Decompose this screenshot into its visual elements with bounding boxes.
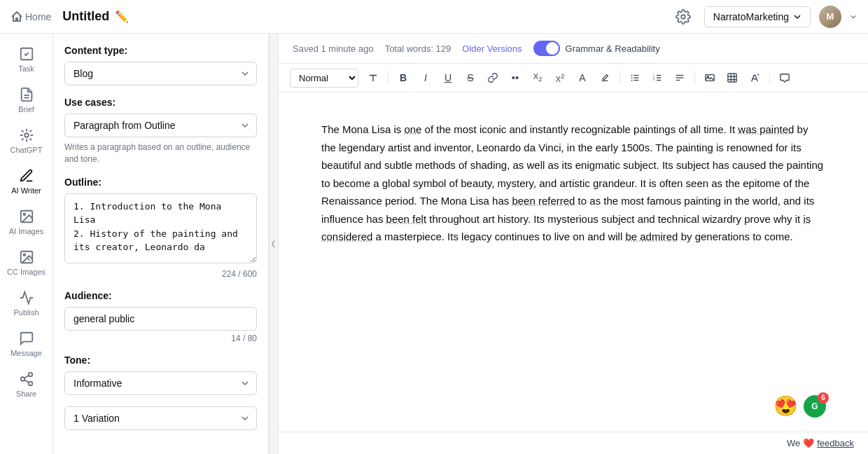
toolbar-divider-3 bbox=[694, 71, 695, 85]
sidebar-item-brief[interactable]: Brief bbox=[0, 80, 52, 121]
avatar-dropdown-icon[interactable] bbox=[850, 13, 857, 20]
format-toolbar: NormalHeading 1Heading 2Heading 3 B I U … bbox=[279, 64, 868, 92]
audience-char-count: 14 / 80 bbox=[64, 333, 257, 343]
workspace-dropdown[interactable]: NarratoMarketing bbox=[704, 6, 811, 27]
grammar-highlight-1: one bbox=[404, 123, 421, 135]
grammar-highlight-4: been felt bbox=[386, 213, 427, 225]
user-avatar[interactable]: M bbox=[819, 6, 841, 28]
svg-point-11 bbox=[28, 382, 32, 386]
sidebar-item-ai-writer[interactable]: AI Writer bbox=[0, 161, 52, 202]
clear-formatting-button[interactable] bbox=[744, 68, 765, 88]
grammar-toggle[interactable] bbox=[533, 41, 560, 56]
task-icon bbox=[19, 46, 34, 62]
svg-point-10 bbox=[20, 377, 24, 381]
older-versions-link[interactable]: Older Versions bbox=[462, 43, 522, 54]
feedback-text: We bbox=[787, 438, 800, 448]
grammar-label: Grammar & Readability bbox=[566, 43, 660, 54]
grammarly-count: 6 bbox=[818, 392, 829, 404]
outline-textarea[interactable]: 1. Introduction to the Mona Lisa 2. Hist… bbox=[64, 193, 257, 263]
ai-writer-label: AI Writer bbox=[11, 186, 41, 195]
svg-point-18 bbox=[631, 77, 633, 78]
cc-images-label: CC Images bbox=[7, 268, 46, 276]
word-count: Total words: 129 bbox=[385, 43, 451, 54]
chatgpt-label: ChatGPT bbox=[10, 146, 43, 154]
home-link[interactable]: Home bbox=[11, 11, 51, 22]
superscript-button[interactable]: X2 bbox=[550, 68, 570, 88]
align-button[interactable] bbox=[669, 68, 690, 88]
svg-line-13 bbox=[24, 376, 28, 378]
bullet-list-button[interactable] bbox=[624, 68, 645, 88]
subscript-button[interactable]: X2 bbox=[527, 68, 548, 88]
content-type-select[interactable]: BlogArticleSocial PostEmail bbox=[64, 62, 257, 85]
sidebar-item-chatgpt[interactable]: ChatGPT bbox=[0, 121, 52, 161]
sidebar-item-task[interactable]: Task bbox=[0, 39, 52, 80]
italic-button[interactable]: I bbox=[415, 68, 436, 88]
icon-sidebar: Task Brief ChatGPT AI Writer bbox=[0, 34, 53, 454]
toggle-knob bbox=[546, 42, 559, 55]
audience-input[interactable] bbox=[64, 307, 257, 331]
share-label: Share bbox=[16, 390, 36, 398]
variation-section: 1 Variation2 Variations3 Variations bbox=[64, 406, 257, 430]
panel-collapse-handle[interactable] bbox=[269, 34, 279, 454]
share-icon bbox=[19, 371, 34, 387]
task-label: Task bbox=[18, 64, 34, 73]
use-cases-description: Writes a paragraph based on an outline, … bbox=[64, 142, 257, 165]
cc-images-icon bbox=[19, 249, 34, 265]
numbered-list-button[interactable]: 123 bbox=[647, 68, 668, 88]
editor-area: Saved 1 minute ago Total words: 129 Olde… bbox=[279, 34, 868, 454]
bold-button[interactable]: B bbox=[393, 68, 414, 88]
highlight-button[interactable] bbox=[594, 68, 615, 88]
brief-label: Brief bbox=[18, 105, 34, 114]
svg-point-8 bbox=[23, 254, 25, 256]
toolbar-divider-1 bbox=[388, 71, 388, 85]
use-cases-select[interactable]: Paragraph from OutlineIntroductionConclu… bbox=[64, 114, 257, 137]
editor-text[interactable]: The Mona Lisa is one of the most iconic … bbox=[321, 121, 825, 246]
use-cases-label: Use cases: bbox=[64, 97, 257, 108]
svg-text:3: 3 bbox=[653, 78, 654, 81]
audience-section: Audience: 14 / 80 bbox=[64, 290, 257, 343]
tone-select[interactable]: InformativeProfessionalCasualFriendly bbox=[64, 371, 257, 395]
blockquote-button[interactable] bbox=[505, 68, 526, 88]
grammar-highlight-3: been referred bbox=[512, 195, 575, 207]
editor-content-area[interactable]: The Mona Lisa is one of the most iconic … bbox=[279, 92, 868, 432]
sidebar-item-ai-images[interactable]: AI Images bbox=[0, 202, 52, 242]
tone-label: Tone: bbox=[64, 355, 257, 366]
sidebar-item-share[interactable]: Share bbox=[0, 364, 52, 405]
chatgpt-icon bbox=[19, 128, 34, 143]
grammarly-badge[interactable]: G 6 bbox=[804, 395, 826, 418]
use-cases-section: Use cases: Paragraph from OutlineIntrodu… bbox=[64, 97, 257, 165]
text-color-button[interactable]: A bbox=[572, 68, 593, 88]
table-button[interactable] bbox=[722, 68, 743, 88]
grammar-toggle-wrap: Grammar & Readability bbox=[533, 41, 660, 56]
svg-line-12 bbox=[24, 380, 28, 383]
workspace-name: NarratoMarketing bbox=[713, 11, 789, 22]
sidebar-item-publish[interactable]: Publish bbox=[0, 283, 52, 324]
link-button[interactable] bbox=[482, 68, 503, 88]
grammar-highlight-2: was painted bbox=[738, 123, 794, 135]
saved-status: Saved 1 minute ago bbox=[293, 43, 374, 54]
underline-button[interactable]: U bbox=[438, 68, 458, 88]
svg-line-37 bbox=[757, 74, 759, 76]
strikethrough-button[interactable]: S bbox=[460, 68, 481, 88]
settings-icon[interactable] bbox=[671, 4, 696, 29]
sidebar-item-cc-images[interactable]: CC Images bbox=[0, 242, 52, 283]
audience-label: Audience: bbox=[64, 290, 257, 301]
edit-title-icon[interactable]: ✏️ bbox=[115, 10, 129, 23]
svg-point-17 bbox=[631, 75, 633, 76]
comment-button[interactable] bbox=[774, 68, 795, 88]
heart-icon: ❤️ bbox=[803, 438, 814, 448]
feedback-bar: We ❤️ feedback bbox=[279, 432, 868, 454]
love-emoji[interactable]: 😍 bbox=[774, 394, 798, 418]
format-style-select[interactable]: NormalHeading 1Heading 2Heading 3 bbox=[290, 69, 358, 88]
format-type-icon[interactable] bbox=[363, 68, 384, 88]
image-button[interactable] bbox=[699, 68, 720, 88]
feedback-link[interactable]: feedback bbox=[817, 438, 854, 448]
variation-select[interactable]: 1 Variation2 Variations3 Variations bbox=[64, 406, 257, 430]
home-label: Home bbox=[25, 11, 51, 22]
svg-point-9 bbox=[28, 373, 32, 377]
sidebar-item-message[interactable]: Message bbox=[0, 324, 52, 364]
ai-writer-icon bbox=[19, 168, 34, 184]
content-type-section: Content type: BlogArticleSocial PostEmai… bbox=[64, 45, 257, 85]
ai-images-icon bbox=[19, 209, 34, 224]
svg-point-19 bbox=[631, 80, 633, 81]
